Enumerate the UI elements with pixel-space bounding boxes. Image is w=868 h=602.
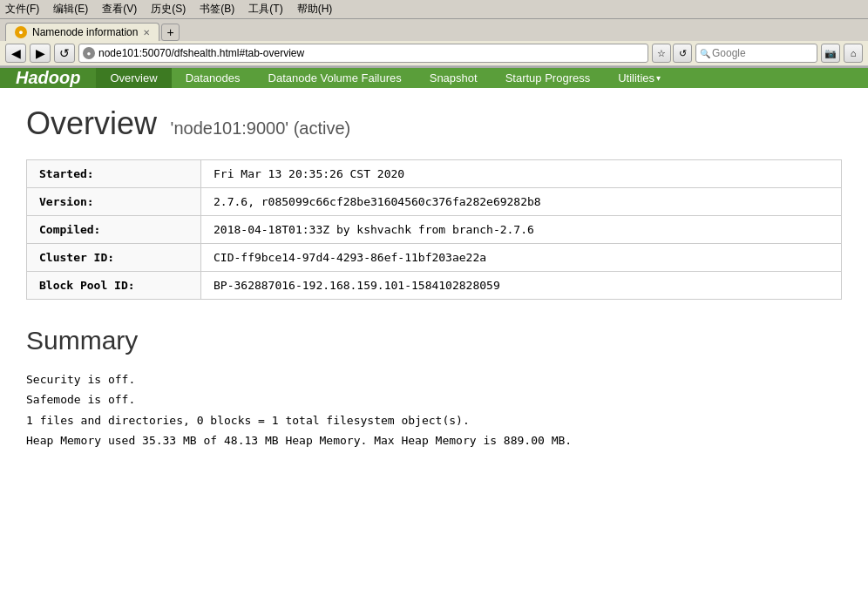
summary-line-1: Safemode is off.	[26, 389, 842, 409]
table-row-version: Version: 2.7.6, r085099c66cf28be31604560…	[27, 188, 842, 216]
refresh-icon-button[interactable]: ↺	[673, 44, 692, 63]
browser-chrome: ● Namenode information ✕ + ◀ ▶ ↺ ● ☆ ↺ 🔍…	[0, 19, 868, 68]
search-engine-icon: 🔍	[700, 46, 710, 60]
menu-tools[interactable]: 工具(T)	[248, 2, 282, 17]
table-row-cluster-id: Cluster ID: CID-ff9bce14-97d4-4293-86ef-…	[27, 244, 842, 272]
home-button[interactable]: ⌂	[844, 44, 863, 63]
table-value-started: Fri Mar 13 20:35:26 CST 2020	[201, 160, 842, 188]
os-menubar: 文件(F) 编辑(E) 查看(V) 历史(S) 书签(B) 工具(T) 帮助(H…	[0, 0, 868, 19]
summary-text: Security is off. Safemode is off. 1 file…	[26, 369, 842, 451]
tab-close-button[interactable]: ✕	[143, 28, 150, 37]
table-value-compiled: 2018-04-18T01:33Z by kshvachk from branc…	[201, 216, 842, 244]
menu-help[interactable]: 帮助(H)	[297, 2, 333, 17]
menu-bookmarks[interactable]: 书签(B)	[200, 2, 234, 17]
table-value-version: 2.7.6, r085099c66cf28be31604560c376fa282…	[201, 188, 842, 216]
table-value-cluster-id: CID-ff9bce14-97d4-4293-86ef-11bf203ae22a	[201, 244, 842, 272]
page-subtitle: 'node101:9000' (active)	[166, 118, 350, 138]
utilities-dropdown-arrow: ▾	[656, 73, 661, 83]
tab-title: Namenode information	[32, 26, 138, 38]
new-tab-button[interactable]: +	[161, 24, 179, 41]
table-value-block-pool-id: BP-362887016-192.168.159.101-15841028280…	[201, 272, 842, 300]
search-wrap: 🔍	[695, 44, 817, 63]
summary-title: Summary	[26, 326, 842, 355]
bookmark-star-button[interactable]: ☆	[652, 44, 671, 63]
table-label-compiled: Compiled:	[27, 216, 201, 244]
table-label-block-pool-id: Block Pool ID:	[27, 272, 201, 300]
table-label-started: Started:	[27, 160, 201, 188]
nav-bar: ◀ ▶ ↺ ● ☆ ↺ 🔍 📷 ⌂	[0, 41, 868, 66]
table-label-cluster-id: Cluster ID:	[27, 244, 201, 272]
address-favicon: ●	[83, 47, 95, 59]
table-row-started: Started: Fri Mar 13 20:35:26 CST 2020	[27, 160, 842, 188]
nav-icons: ☆ ↺	[652, 44, 692, 63]
address-bar-wrap: ●	[78, 44, 648, 63]
reload-button[interactable]: ↺	[54, 44, 75, 63]
summary-line-partial: Heap Memory used 35.33 MB of 48.13 MB He…	[26, 430, 842, 450]
nav-item-datanode-volume-failures[interactable]: Datanode Volume Failures	[254, 68, 416, 88]
menu-history[interactable]: 历史(S)	[151, 2, 186, 17]
tab-bar: ● Namenode information ✕ +	[0, 19, 868, 41]
summary-line-0: Security is off.	[26, 369, 842, 389]
tab-favicon: ●	[15, 26, 27, 38]
info-table: Started: Fri Mar 13 20:35:26 CST 2020 Ve…	[26, 159, 842, 300]
nav-item-snapshot[interactable]: Snapshot	[416, 68, 492, 88]
browser-viewport[interactable]: Overview 'node101:9000' (active) Started…	[0, 88, 868, 550]
table-label-version: Version:	[27, 188, 201, 216]
menu-file[interactable]: 文件(F)	[5, 2, 39, 17]
camera-icon-button[interactable]: 📷	[821, 44, 840, 63]
hadoop-brand: Hadoop	[0, 68, 96, 88]
table-row-compiled: Compiled: 2018-04-18T01:33Z by kshvachk …	[27, 216, 842, 244]
menu-view[interactable]: 查看(V)	[102, 2, 137, 17]
page-title: Overview 'node101:9000' (active)	[26, 105, 842, 142]
nav-item-overview[interactable]: Overview	[96, 68, 171, 88]
browser-tab[interactable]: ● Namenode information ✕	[5, 23, 159, 41]
nav-item-datanodes[interactable]: Datanodes	[172, 68, 254, 88]
nav-item-startup-progress[interactable]: Startup Progress	[492, 68, 605, 88]
hadoop-navbar: Hadoop Overview Datanodes Datanode Volum…	[0, 68, 868, 88]
summary-line-2: 1 files and directories, 0 blocks = 1 to…	[26, 410, 842, 430]
forward-button[interactable]: ▶	[30, 44, 51, 63]
menu-edit[interactable]: 编辑(E)	[53, 2, 88, 17]
table-row-block-pool-id: Block Pool ID: BP-362887016-192.168.159.…	[27, 272, 842, 300]
nav-item-utilities[interactable]: Utilities ▾	[604, 68, 675, 88]
main-content: Overview 'node101:9000' (active) Started…	[0, 88, 868, 469]
back-button[interactable]: ◀	[5, 44, 26, 63]
address-bar[interactable]	[98, 47, 644, 59]
